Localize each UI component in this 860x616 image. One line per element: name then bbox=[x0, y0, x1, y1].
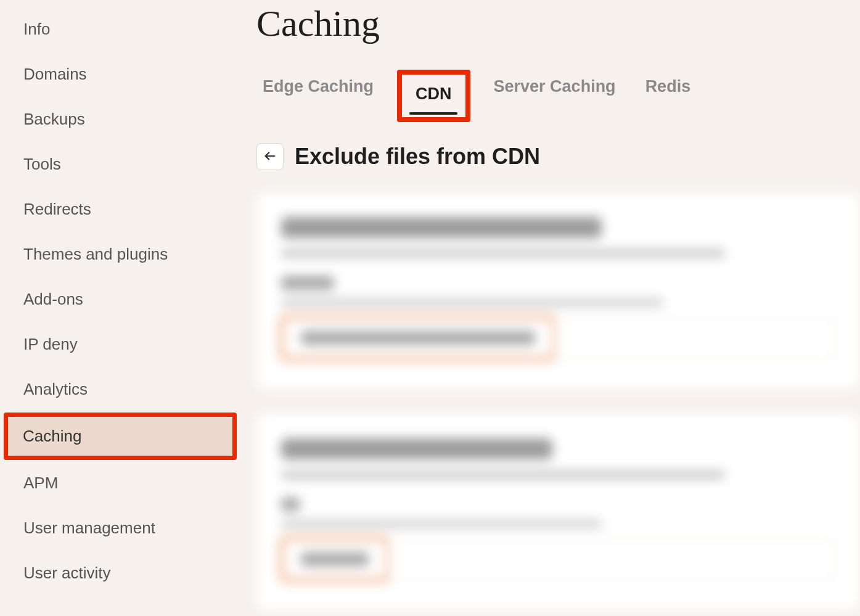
blurred-heading bbox=[281, 438, 552, 459]
blurred-input[interactable] bbox=[281, 316, 835, 359]
blurred-input-remainder bbox=[555, 316, 835, 359]
blurred-chip-text bbox=[301, 552, 369, 566]
blurred-input[interactable] bbox=[281, 538, 835, 581]
blurred-help-text bbox=[281, 520, 602, 528]
sidebar-item-tools[interactable]: Tools bbox=[5, 142, 235, 186]
sidebar-item-analytics[interactable]: Analytics bbox=[5, 368, 235, 411]
sidebar-item-add-ons[interactable]: Add-ons bbox=[5, 277, 235, 321]
blurred-field-label bbox=[281, 276, 334, 290]
blurred-input-remainder bbox=[388, 538, 835, 581]
exclude-directory-card bbox=[256, 192, 860, 389]
sidebar-item-redirects[interactable]: Redirects bbox=[5, 187, 235, 231]
sidebar-item-user-activity[interactable]: User activity bbox=[5, 551, 235, 595]
blurred-chip-text bbox=[301, 331, 535, 345]
page-title: Caching bbox=[256, 2, 860, 45]
sidebar-item-info[interactable]: Info bbox=[5, 7, 235, 51]
sidebar-item-ip-deny[interactable]: IP deny bbox=[5, 322, 235, 366]
section-title: Exclude files from CDN bbox=[295, 144, 540, 170]
sidebar-item-apm[interactable]: APM bbox=[5, 461, 235, 505]
section-header: Exclude files from CDN bbox=[256, 143, 860, 170]
sidebar-item-user-management[interactable]: User management bbox=[5, 506, 235, 550]
sidebar: Info Domains Backups Tools Redirects The… bbox=[0, 0, 240, 616]
blurred-chipbox bbox=[281, 316, 555, 359]
annotation-highlight-sidebar: Caching bbox=[4, 413, 237, 460]
tab-cdn[interactable]: CDN bbox=[413, 75, 454, 117]
blurred-description bbox=[281, 470, 725, 479]
sidebar-item-backups[interactable]: Backups bbox=[5, 97, 235, 141]
arrow-left-icon bbox=[263, 149, 277, 165]
main-content: Caching Edge Caching CDN Server Caching … bbox=[240, 0, 860, 616]
blurred-description bbox=[281, 249, 725, 258]
blurred-heading bbox=[281, 217, 602, 238]
tab-edge-caching[interactable]: Edge Caching bbox=[256, 70, 380, 104]
exclude-url-card bbox=[256, 414, 860, 610]
tab-server-caching[interactable]: Server Caching bbox=[488, 70, 622, 104]
sidebar-item-domains[interactable]: Domains bbox=[5, 52, 235, 96]
sidebar-item-themes-and-plugins[interactable]: Themes and plugins bbox=[5, 232, 235, 276]
back-button[interactable] bbox=[256, 143, 284, 170]
tabs: Edge Caching CDN Server Caching Redis bbox=[256, 70, 860, 122]
tab-redis[interactable]: Redis bbox=[639, 70, 697, 104]
blurred-chipbox bbox=[281, 538, 388, 581]
annotation-highlight-tab: CDN bbox=[397, 70, 470, 122]
sidebar-item-caching[interactable]: Caching bbox=[8, 417, 232, 456]
blurred-help-text bbox=[281, 298, 663, 306]
blurred-field-label bbox=[281, 498, 300, 511]
